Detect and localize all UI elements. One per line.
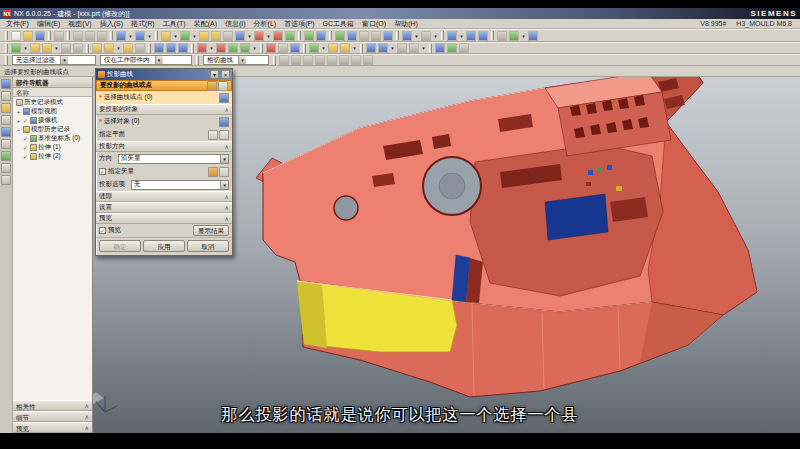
snap-point-on-curve-icon[interactable] xyxy=(351,55,361,65)
offset-surface-icon[interactable] xyxy=(309,43,319,53)
curve-icon[interactable] xyxy=(42,43,52,53)
tube-icon[interactable] xyxy=(135,43,145,53)
through-curves-icon[interactable] xyxy=(328,43,338,53)
group-objects-to-project-to[interactable]: 要投影的对象 xyxy=(96,104,232,115)
direction-combo[interactable]: 沿矢量 xyxy=(118,154,229,164)
more-commands-icon[interactable] xyxy=(409,43,419,53)
render-style-dropdown[interactable] xyxy=(413,31,420,41)
part-navigator-icon[interactable] xyxy=(1,103,11,113)
surface-dropdown[interactable] xyxy=(320,43,327,53)
checkbox-icon[interactable] xyxy=(22,153,29,160)
dialog-options-button[interactable] xyxy=(210,70,219,79)
title-bar[interactable]: NX 6.0.0.25 - 建模 - [xxx.prt (修改的)] SIEME… xyxy=(0,8,800,19)
toolbar-grip[interactable] xyxy=(5,44,8,53)
trim-body-icon[interactable] xyxy=(266,43,276,53)
selection-scope-combo[interactable]: 仅在工作部件内 xyxy=(100,55,192,65)
zoom-icon[interactable] xyxy=(359,31,369,41)
specify-vector-row[interactable]: 指定矢量 xyxy=(96,165,232,178)
intersect-icon[interactable] xyxy=(178,43,188,53)
new-icon[interactable] xyxy=(11,31,21,41)
select-object-row[interactable]: 选择对象 (0) xyxy=(96,115,232,128)
snap-end-icon[interactable] xyxy=(279,55,289,65)
select-curve-icon[interactable] xyxy=(219,93,229,103)
project-curve-dialog[interactable]: 投影曲线 要投影的曲线或点 选择曲线或点 (0) 要投影的对象 xyxy=(95,68,233,256)
split-body-icon[interactable] xyxy=(278,43,288,53)
wcs-dropdown[interactable] xyxy=(520,31,527,41)
menu-help[interactable]: 帮助(H) xyxy=(390,19,422,29)
assembly-navigator-icon[interactable] xyxy=(1,79,11,89)
apply-button[interactable]: 应用 xyxy=(143,240,185,252)
arc-icon[interactable] xyxy=(73,43,83,53)
sweep-icon[interactable] xyxy=(123,43,133,53)
view-dropdown[interactable] xyxy=(458,31,465,41)
unite-icon[interactable] xyxy=(154,43,164,53)
open-icon[interactable] xyxy=(23,31,33,41)
combo-arrow-icon[interactable] xyxy=(220,181,228,189)
face-blend-icon[interactable] xyxy=(216,43,226,53)
ok-button[interactable]: 确定 xyxy=(99,240,141,252)
specify-plane-row[interactable]: 指定平面 xyxy=(96,128,232,141)
draft-icon[interactable] xyxy=(228,43,238,53)
menu-preferences[interactable]: 首选项(P) xyxy=(280,19,318,29)
menu-edit[interactable]: 编辑(E) xyxy=(33,19,64,29)
model-blue-face-center[interactable] xyxy=(545,194,608,240)
group-preview[interactable]: 预览 xyxy=(96,213,232,224)
wireframe-view-icon[interactable] xyxy=(421,31,431,41)
toolbar-grip[interactable] xyxy=(5,56,8,65)
revolve-icon[interactable] xyxy=(104,43,114,53)
snap-center-icon[interactable] xyxy=(303,55,313,65)
analysis-icon[interactable] xyxy=(447,43,457,53)
datum-dropdown[interactable] xyxy=(22,43,29,53)
combo-arrow-icon[interactable] xyxy=(238,56,246,64)
more-dropdown[interactable] xyxy=(420,43,427,53)
synchronous-modeling-icon[interactable] xyxy=(397,43,407,53)
undo-dropdown[interactable] xyxy=(127,31,134,41)
redo-icon[interactable] xyxy=(135,31,145,41)
menu-insert[interactable]: 插入(S) xyxy=(96,19,127,29)
constraint-navigator-icon[interactable] xyxy=(1,91,11,101)
small-hole[interactable] xyxy=(334,196,358,220)
expand-icon[interactable] xyxy=(15,109,22,115)
print-icon[interactable] xyxy=(54,31,64,41)
datum-dropdown[interactable] xyxy=(191,31,198,41)
collapse-icon[interactable] xyxy=(15,127,22,133)
redo-dropdown[interactable] xyxy=(146,31,153,41)
snap-intersection-icon[interactable] xyxy=(315,55,325,65)
shell-icon[interactable] xyxy=(285,31,295,41)
boolean-dropdown[interactable] xyxy=(246,31,253,41)
top-view-icon[interactable] xyxy=(478,31,488,41)
chamfer-icon[interactable] xyxy=(273,31,283,41)
hole-icon[interactable] xyxy=(223,31,233,41)
menu-information[interactable]: 信息(I) xyxy=(221,19,250,29)
extrude-icon[interactable] xyxy=(199,31,209,41)
tree-item[interactable]: 历史记录模式 xyxy=(13,98,92,107)
tree-item[interactable]: 摄像机 xyxy=(13,116,92,125)
blend-dropdown[interactable] xyxy=(265,31,272,41)
front-view-icon[interactable] xyxy=(466,31,476,41)
edge-blend-icon[interactable] xyxy=(197,43,207,53)
datum-plane-icon[interactable] xyxy=(11,43,21,53)
menu-view[interactable]: 视图(V) xyxy=(64,19,95,29)
combo-arrow-icon[interactable] xyxy=(220,155,228,163)
navigator-column-header[interactable]: 名称 xyxy=(13,88,92,97)
group-settings[interactable]: 设置 xyxy=(96,202,232,213)
copy-icon[interactable] xyxy=(85,31,95,41)
thicken-icon[interactable] xyxy=(240,43,250,53)
plane-dialog-icon[interactable] xyxy=(208,130,218,140)
preview-checkbox[interactable] xyxy=(99,227,106,234)
swept-dropdown[interactable] xyxy=(351,43,358,53)
combo-arrow-icon[interactable] xyxy=(155,56,163,64)
layer-settings-icon[interactable] xyxy=(497,31,507,41)
unite-icon[interactable] xyxy=(235,31,245,41)
snap-existing-point-icon[interactable] xyxy=(339,55,349,65)
curve-rule-combo[interactable]: 相切曲线 xyxy=(203,55,269,65)
list-icon[interactable] xyxy=(218,81,228,91)
patch-icon[interactable] xyxy=(290,43,300,53)
menu-assemblies[interactable]: 装配(A) xyxy=(190,19,221,29)
menu-tools[interactable]: 工具(T) xyxy=(159,19,190,29)
menu-analysis[interactable]: 分析(L) xyxy=(250,19,281,29)
type-filter-combo[interactable]: 无选择过滤器 xyxy=(12,55,96,65)
subtract-icon[interactable] xyxy=(166,43,176,53)
history-icon[interactable] xyxy=(1,151,11,161)
menu-window[interactable]: 窗口(O) xyxy=(358,19,390,29)
